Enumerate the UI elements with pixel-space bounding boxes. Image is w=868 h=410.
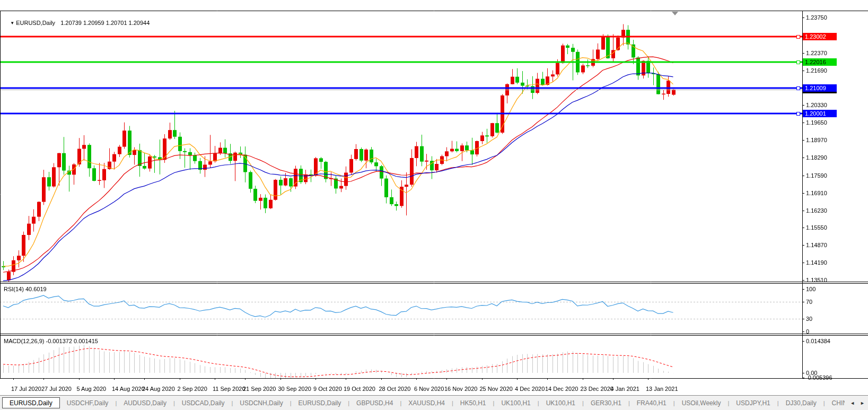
rsi-axis-label: 100 [806, 286, 816, 292]
hline-handle[interactable] [796, 60, 800, 64]
mt4-window: ▼ M1M5M15M30H1H4D1W1MN ▼EURUSD,Daily1.20… [0, 0, 868, 410]
price-axis-label: 1.22370 [806, 50, 827, 56]
date-axis-label: 4 Jan 2021 [611, 386, 639, 392]
chart-tab-hk50-h1[interactable]: HK50,H1 [453, 397, 493, 408]
date-axis-label: 30 Sep 2020 [278, 386, 311, 392]
macd-indicator-label: MACD(12,26,9) -0.001372 0.001415 [4, 338, 98, 344]
date-axis-label: 2 Sep 2020 [178, 386, 207, 392]
date-axis-label: 28 Oct 2020 [379, 386, 411, 392]
macd-axis-label: -0.005396 [806, 374, 832, 381]
date-axis-label: 14 Dec 2020 [545, 386, 578, 392]
price-axis-label: 1.17590 [806, 172, 827, 179]
chart-title: ▼EURUSD,Daily1.20739 1.20959 1.20701 1.2… [4, 13, 150, 32]
tab-scroll-arrows: ◄ ► [845, 397, 868, 408]
date-axis-label: 5 Aug 2020 [77, 386, 107, 392]
hline-handle[interactable] [796, 35, 800, 39]
chart-tab-eurusd-daily[interactable]: EURUSD,Daily [292, 397, 348, 408]
tab-scroll-right-icon[interactable]: ► [860, 400, 865, 406]
rsi-axis-label: 30 [806, 316, 812, 322]
hline-price-tag-1.22016[interactable]: 1.22016 [803, 58, 837, 66]
date-axis-label: 27 Jul 2020 [41, 386, 72, 392]
hline-price-tag-1.21009[interactable]: 1.21009 [803, 84, 837, 92]
chart-tab-xauusd-h4[interactable]: XAUUSD,H4 [401, 397, 452, 408]
price-axis-label: 1.16910 [806, 190, 827, 196]
chart-tab-audusd-daily[interactable]: AUDUSD,Daily [117, 397, 173, 408]
rsi-axis-label: 70 [806, 299, 812, 305]
date-axis-label: 13 Jan 2021 [646, 386, 678, 392]
date-axis-label: 25 Nov 2020 [480, 386, 513, 392]
hline-price-tag-1.20001[interactable]: 1.20001 [803, 110, 837, 117]
price-axis-label: 1.16230 [806, 207, 827, 214]
date-axis-label: 21 Sep 2020 [243, 386, 276, 392]
chart-tab-eurusd-daily[interactable]: EURUSD,Daily [2, 397, 60, 408]
rsi-indicator-label: RSI(14) 40.6019 [4, 286, 47, 292]
chart-tab-bar: EURUSD,DailyUSDCHF,Daily|AUDUSD,Daily|US… [0, 395, 868, 410]
date-axis-label: 23 Dec 2020 [581, 386, 613, 392]
date-axis-label: 16 Nov 2020 [444, 386, 477, 392]
chart-shift-marker-icon [672, 12, 678, 15]
symbol-dropdown-icon[interactable]: ▼ [10, 21, 14, 25]
chart-symbol: EURUSD,Daily [16, 20, 55, 26]
chart-tab-gbpusd-h4[interactable]: GBPUSD,H4 [349, 397, 400, 408]
price-axis-label: 1.21690 [806, 67, 827, 74]
chart-tab-usdcad-daily[interactable]: USDCAD,Daily [175, 397, 232, 408]
chart-ohlc-values: 1.20739 1.20959 1.20701 1.20944 [60, 20, 150, 26]
macd-axis-label: 0.014384 [806, 338, 830, 344]
chart-tab-usdcnh-daily[interactable]: USDCNH,Daily [233, 397, 290, 408]
price-axis-label: 1.14870 [806, 242, 827, 248]
date-axis-label: 19 Oct 2020 [344, 386, 375, 392]
price-axis-label: 1.13510 [806, 277, 827, 283]
chart-tab-uk100-h1[interactable]: UK100,H1 [539, 397, 582, 408]
price-axis-label: 1.23750 [806, 14, 827, 21]
hline-price-tag-1.23002[interactable]: 1.23002 [803, 33, 837, 40]
price-axis-label: 1.20330 [806, 102, 827, 108]
date-axis-label: 17 Jul 2020 [11, 386, 41, 392]
chart-tab-dj30-daily[interactable]: DJ30,Daily [779, 397, 823, 408]
chart-tabs: EURUSD,DailyUSDCHF,Daily|AUDUSD,Daily|US… [2, 397, 868, 408]
date-axis-label: 6 Nov 2020 [414, 386, 444, 392]
rsi-axis-label: 0 [806, 328, 809, 335]
chart-tab-uk100-h1[interactable]: UK100,H1 [494, 397, 537, 408]
price-chart-canvas[interactable] [0, 0, 868, 410]
price-axis-label: 1.15550 [806, 224, 827, 231]
hline-handle[interactable] [796, 112, 800, 116]
date-axis-label: 14 Aug 2020 [112, 386, 145, 392]
date-axis-label: 24 Aug 2020 [142, 386, 175, 392]
chart-tab-ger30-h1[interactable]: GER30,H1 [584, 397, 628, 408]
date-axis-label: 9 Oct 2020 [313, 386, 342, 392]
price-axis-label: 1.18970 [806, 137, 827, 143]
chart-tab-usoil-weekly[interactable]: USOil,Weekly [675, 397, 728, 408]
chart-tab-usdchf-daily[interactable]: USDCHF,Daily [60, 397, 116, 408]
price-axis-label: 1.18290 [806, 154, 827, 161]
price-axis-label: 1.14190 [806, 259, 827, 266]
date-axis-label: 11 Sep 2020 [213, 386, 246, 392]
chart-tab-fra40-h1[interactable]: FRA40,H1 [630, 397, 673, 408]
hline-handle[interactable] [796, 86, 800, 90]
tab-scroll-left-icon[interactable]: ◄ [850, 400, 855, 406]
price-axis-label: 1.19650 [806, 119, 827, 126]
date-axis-label: 4 Dec 2020 [515, 386, 545, 392]
chart-tab-usdjpy-h1[interactable]: USDJPY,H1 [729, 397, 777, 408]
